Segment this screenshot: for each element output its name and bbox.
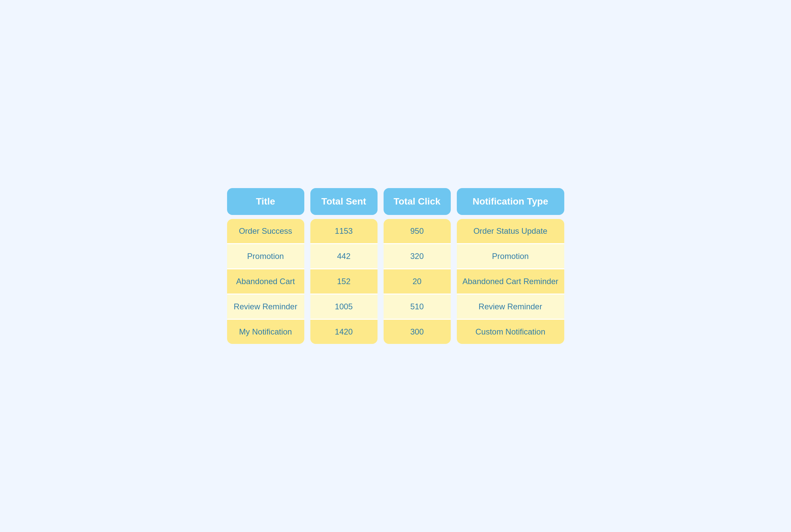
main-table: TitleOrder SuccessPromotionAbandoned Car…: [214, 168, 578, 364]
header-total_click: Total Click: [383, 188, 451, 215]
cell-total_sent-row4: 1420: [310, 320, 378, 344]
cell-total_sent-row3: 1005: [310, 294, 378, 320]
cell-notification_type-row1: Promotion: [457, 244, 564, 269]
header-title: Title: [227, 188, 304, 215]
cell-total_sent-row0: 1153: [310, 219, 378, 244]
header-notification_type: Notification Type: [457, 188, 564, 215]
cell-total_click-row0: 950: [383, 219, 451, 244]
column-total_sent: Total Sent115344215210051420: [310, 188, 378, 344]
column-total_click: Total Click95032020510300: [383, 188, 451, 344]
cell-total_click-row2: 20: [383, 269, 451, 294]
cells-wrapper-title: Order SuccessPromotionAbandoned CartRevi…: [227, 219, 304, 344]
cells-wrapper-total_click: 95032020510300: [383, 219, 451, 344]
header-total_sent: Total Sent: [310, 188, 378, 215]
cell-total_sent-row1: 442: [310, 244, 378, 269]
cells-wrapper-notification_type: Order Status UpdatePromotionAbandoned Ca…: [457, 219, 564, 344]
cell-total_sent-row2: 152: [310, 269, 378, 294]
cell-title-row1: Promotion: [227, 244, 304, 269]
cells-wrapper-total_sent: 115344215210051420: [310, 219, 378, 344]
cell-notification_type-row0: Order Status Update: [457, 219, 564, 244]
cell-title-row0: Order Success: [227, 219, 304, 244]
cell-notification_type-row4: Custom Notification: [457, 320, 564, 344]
cell-notification_type-row2: Abandoned Cart Reminder: [457, 269, 564, 294]
column-title: TitleOrder SuccessPromotionAbandoned Car…: [227, 188, 304, 344]
cell-title-row3: Review Reminder: [227, 294, 304, 320]
cell-notification_type-row3: Review Reminder: [457, 294, 564, 320]
cell-total_click-row4: 300: [383, 320, 451, 344]
cell-total_click-row1: 320: [383, 244, 451, 269]
cell-total_click-row3: 510: [383, 294, 451, 320]
column-notification_type: Notification TypeOrder Status UpdateProm…: [457, 188, 564, 344]
cell-title-row4: My Notification: [227, 320, 304, 344]
cell-title-row2: Abandoned Cart: [227, 269, 304, 294]
